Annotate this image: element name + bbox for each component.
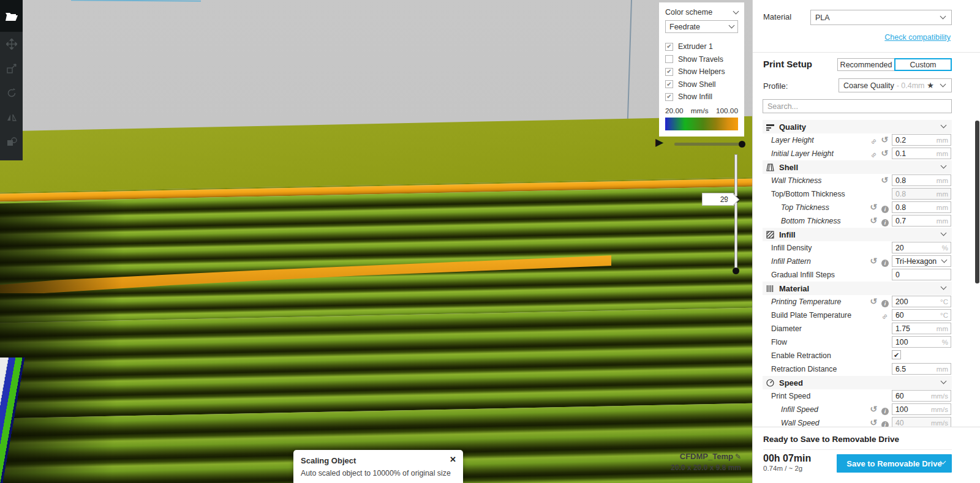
reset-icon[interactable]: ↺ [869, 203, 878, 212]
setting-input[interactable]: 100 mm/s [892, 403, 951, 415]
chevron-down-icon [941, 163, 947, 169]
material-select[interactable]: PLA [810, 10, 952, 25]
edit-icon[interactable]: ✎ [735, 452, 741, 461]
checkbox[interactable]: ✔ [665, 80, 673, 88]
simulation-slider-track[interactable] [674, 143, 743, 146]
setting-input[interactable]: 200 °C [892, 296, 951, 307]
check-icon: ✔ [666, 94, 671, 100]
checkbox-label: Show Helpers [678, 67, 725, 76]
open-file-button[interactable] [0, 0, 23, 32]
reset-icon[interactable]: ↺ [869, 216, 878, 226]
layer-slider-bottom-handle[interactable] [733, 268, 739, 274]
reset-icon[interactable]: ↺ [869, 418, 878, 427]
notification-toast: Scaling Object ✕ Auto scaled object to 1… [293, 450, 463, 483]
check-icon: ✔ [666, 81, 671, 88]
checkbox-row-show-helpers[interactable]: ✔ Show Helpers [665, 66, 738, 78]
play-icon[interactable]: ▶ [655, 137, 663, 148]
simulation-slider-handle[interactable] [739, 141, 745, 148]
check-compatibility-link[interactable]: Check compatibility [884, 33, 951, 42]
current-layer-badge: 29 [702, 193, 734, 206]
checkbox-row-extruder1[interactable]: ✔ Extruder 1 [665, 40, 738, 53]
reset-icon[interactable]: ↺ [869, 405, 878, 414]
feedrate-legend: 20.00 mm/s 100.00 [665, 107, 738, 115]
setting-input[interactable]: 0.7 mm [892, 215, 951, 227]
setting-input[interactable]: 40 mm/s [892, 417, 951, 427]
setting-input[interactable]: 0.2 mm [892, 134, 951, 146]
info-icon[interactable]: i [880, 297, 890, 307]
color-scheme-header[interactable]: Color scheme [665, 8, 738, 17]
setting-row-initial-layer-height: Initial Layer Height ∞ ↺ 0.1 mm [753, 147, 980, 160]
setting-input[interactable]: 0.8 mm [892, 174, 951, 186]
profile-label: Profile: [763, 81, 788, 91]
color-scheme-select[interactable]: Feedrate [665, 20, 738, 33]
setting-checkbox[interactable]: ✔ [892, 350, 901, 359]
custom-button[interactable]: Custom [894, 58, 952, 71]
favorite-star-icon[interactable]: ★ [927, 81, 934, 90]
section-header-infill[interactable]: Infill [763, 228, 952, 241]
section-header-shell[interactable]: Shell [763, 160, 952, 174]
section-title: Material [779, 284, 809, 293]
move-icon [6, 39, 17, 50]
setting-row-infill-pattern: Infill Pattern ↺ i Tri-Hexagon [753, 255, 980, 268]
save-to-removable-drive-button[interactable]: Save to Removable Drive [837, 454, 952, 473]
setting-input[interactable]: 0.8 mm [892, 201, 951, 213]
setting-input[interactable]: 0.1 mm [892, 148, 951, 159]
rotate-tool-button[interactable] [0, 81, 23, 105]
viewport-3d[interactable]: ▶ 29 CFDMP_Temp✎ 20.0 x 20.0 x 9.8 mm Co… [0, 0, 752, 483]
setting-input[interactable]: 0 [892, 269, 951, 280]
setting-label: Bottom Thickness [781, 217, 841, 225]
section-header-material[interactable]: Material [763, 282, 952, 295]
checkbox-row-show-shell[interactable]: ✔ Show Shell [665, 78, 738, 91]
link-icon[interactable]: ∞ [869, 149, 878, 159]
setting-row-enable-retraction: Enable Retraction ✔ [753, 349, 980, 362]
per-model-settings-button[interactable] [0, 130, 23, 154]
move-tool-button[interactable] [0, 32, 23, 56]
checkbox[interactable]: ✔ [665, 43, 673, 51]
material-label: Material [763, 12, 791, 21]
checkbox-label: Show Shell [678, 80, 716, 89]
build-volume-edge [627, 0, 632, 135]
setting-label: Wall Thickness [771, 176, 821, 185]
checkbox[interactable]: ✔ [665, 55, 673, 63]
section-header-speed[interactable]: Speed [763, 376, 952, 389]
setting-input[interactable]: 1.75 mm [892, 323, 951, 334]
checkbox-row-show-infill[interactable]: ✔ Show Infill [665, 91, 738, 103]
profile-select[interactable]: Coarse Quality - 0.4mm ★ [839, 78, 952, 92]
setting-input[interactable]: 60 mm/s [892, 390, 951, 402]
toast-message: Auto scaled object to 10000% of original… [301, 469, 456, 477]
info-icon[interactable]: i [880, 256, 890, 266]
close-icon[interactable]: ✕ [450, 455, 456, 464]
link-icon[interactable]: ∞ [869, 135, 878, 145]
info-icon[interactable]: i [880, 203, 890, 212]
recommended-button[interactable]: Recommended [837, 58, 895, 71]
setting-input[interactable]: 20 % [892, 242, 951, 253]
reset-icon[interactable]: ↺ [880, 149, 889, 159]
setting-label: Enable Retraction [771, 351, 831, 360]
info-icon[interactable]: i [880, 418, 890, 427]
reset-icon[interactable]: ↺ [880, 135, 889, 145]
layer-slider-track[interactable] [735, 155, 737, 272]
info-icon[interactable]: i [880, 405, 890, 414]
rotate-icon [6, 88, 17, 99]
setting-select[interactable]: Tri-Hexagon [892, 255, 951, 267]
reset-icon[interactable]: ↺ [869, 256, 878, 266]
setting-input[interactable]: 100 % [892, 336, 951, 348]
link-icon[interactable]: ∞ [880, 310, 889, 320]
setting-row-build-plate-temperature: Build Plate Temperature ∞ 60 °C [753, 309, 980, 322]
reset-icon[interactable]: ↺ [869, 297, 878, 307]
search-input[interactable] [763, 99, 952, 113]
section-header-quality[interactable]: Quality [763, 120, 952, 133]
mirror-tool-button[interactable] [0, 105, 23, 130]
checkbox[interactable]: ✔ [665, 68, 673, 76]
settings-list: Quality Layer Height ∞ ↺ 0.2 mm Initial … [753, 120, 980, 427]
setting-input[interactable]: 60 °C [892, 309, 951, 321]
checkbox[interactable]: ✔ [665, 93, 673, 101]
settings-scrollbar[interactable] [975, 121, 979, 283]
checkbox-row-show-travels[interactable]: ✔ Show Travels [665, 53, 738, 66]
scale-tool-button[interactable] [0, 56, 23, 81]
setting-label: Layer Height [771, 136, 814, 144]
reset-icon[interactable]: ↺ [880, 176, 889, 185]
info-icon[interactable]: i [880, 216, 890, 226]
setting-row-wall-thickness: Wall Thickness ↺ 0.8 mm [753, 174, 980, 187]
setting-input[interactable]: 6.5 mm [892, 363, 951, 375]
